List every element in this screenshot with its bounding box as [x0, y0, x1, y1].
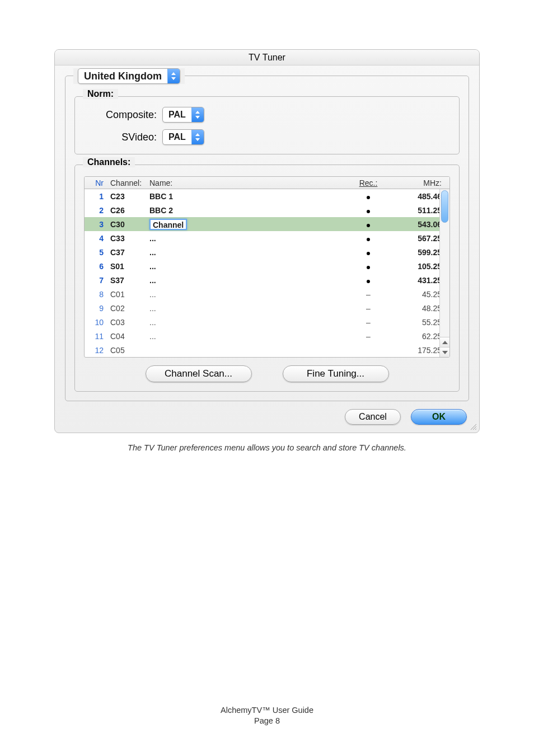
scroll-up-button[interactable]	[440, 337, 449, 347]
cell-rec	[349, 220, 388, 229]
composite-label: Composite:	[84, 109, 157, 121]
dot-icon	[367, 238, 370, 241]
updown-arrows-icon	[191, 130, 204, 144]
table-row[interactable]: 1C23BBC 1485.46	[85, 189, 449, 203]
composite-popup-value: PAL	[163, 110, 191, 120]
cell-name[interactable]: Channel	[146, 219, 349, 230]
channel-scan-button[interactable]: Channel Scan...	[146, 365, 252, 382]
dot-icon	[367, 266, 370, 269]
channels-body: 1C23BBC 1485.462C26BBC 2511.253C30Channe…	[85, 189, 449, 357]
table-row[interactable]: 11C04...–62.25	[85, 329, 449, 343]
cell-name[interactable]: BBC 1	[146, 192, 349, 201]
dash-icon: –	[366, 318, 371, 327]
cell-name[interactable]: ...	[146, 318, 349, 327]
col-header-channel[interactable]: Channel:	[107, 179, 146, 187]
channels-table-header: Nr Channel: Name: Rec.: MHz:	[85, 177, 449, 189]
cell-name[interactable]: ...	[146, 262, 349, 271]
figure-caption: The TV Tuner preferences menu allows you…	[54, 443, 480, 452]
cell-rec: –	[349, 290, 388, 299]
cell-rec: –	[349, 318, 388, 327]
cell-rec	[349, 192, 388, 201]
scroll-thumb[interactable]	[441, 190, 448, 223]
dot-icon	[367, 210, 370, 213]
window-title: TV Tuner	[55, 50, 479, 65]
cell-channel: C33	[107, 234, 146, 243]
cell-name[interactable]: ...	[146, 290, 349, 299]
country-popup[interactable]: United Kingdom	[78, 68, 180, 84]
cell-channel: C01	[107, 290, 146, 299]
footer-line-2: Page 8	[0, 716, 534, 727]
table-row[interactable]: 4C33...567.25	[85, 231, 449, 245]
page-footer: AlchemyTV™ User Guide Page 8	[0, 705, 534, 727]
cancel-button[interactable]: Cancel	[345, 409, 401, 425]
composite-popup[interactable]: PAL	[162, 107, 204, 123]
table-row[interactable]: 12C05175.25	[85, 343, 449, 357]
channels-table: Nr Channel: Name: Rec.: MHz: 1C23BBC 148…	[84, 176, 450, 358]
svideo-popup-value: PAL	[163, 132, 191, 142]
channel-name-input[interactable]: Channel	[149, 219, 187, 230]
dot-icon	[367, 280, 370, 283]
cell-nr: 6	[85, 262, 107, 271]
cell-name[interactable]: ...	[146, 234, 349, 243]
country-group: United Kingdom Norm: Composite:	[65, 76, 469, 401]
norm-group: Norm: Composite: PAL	[74, 96, 460, 154]
channels-scrollbar[interactable]	[439, 189, 449, 357]
cell-name[interactable]: ...	[146, 304, 349, 313]
cell-channel: C05	[107, 346, 146, 355]
cell-nr: 5	[85, 248, 107, 257]
svideo-popup[interactable]: PAL	[162, 129, 204, 145]
cell-name[interactable]: ...	[146, 332, 349, 341]
cell-channel: C02	[107, 304, 146, 313]
cell-rec: –	[349, 332, 388, 341]
col-header-rec[interactable]: Rec.:	[349, 179, 388, 187]
norm-legend: Norm:	[83, 89, 118, 99]
cell-rec	[349, 234, 388, 243]
cell-name[interactable]: BBC 2	[146, 206, 349, 215]
ok-button[interactable]: OK	[411, 409, 467, 425]
cell-channel: C30	[107, 220, 146, 229]
fine-tuning-button[interactable]: Fine Tuning...	[283, 365, 389, 382]
cell-channel: C37	[107, 248, 146, 257]
scroll-down-button[interactable]	[440, 347, 449, 357]
chevron-down-icon	[442, 351, 448, 354]
dot-icon	[367, 196, 370, 199]
cell-nr: 7	[85, 276, 107, 285]
col-header-mhz[interactable]: MHz:	[388, 179, 449, 187]
table-row[interactable]: 6S01...105.25	[85, 259, 449, 273]
dash-icon: –	[366, 304, 371, 313]
cell-channel: S01	[107, 262, 146, 271]
col-header-nr[interactable]: Nr	[85, 179, 107, 187]
cell-nr: 4	[85, 234, 107, 243]
cell-nr: 12	[85, 346, 107, 355]
table-row[interactable]: 5C37...599.25	[85, 245, 449, 259]
cell-rec	[349, 248, 388, 257]
dash-icon: –	[366, 290, 371, 299]
cell-name[interactable]: ...	[146, 276, 349, 285]
col-header-name[interactable]: Name:	[146, 179, 349, 187]
updown-arrows-icon	[191, 107, 204, 122]
cell-rec	[349, 262, 388, 271]
cell-channel: S37	[107, 276, 146, 285]
table-row[interactable]: 10C03...–55.25	[85, 315, 449, 329]
cell-channel: C23	[107, 192, 146, 201]
cell-channel: C03	[107, 318, 146, 327]
cell-rec: –	[349, 304, 388, 313]
channels-legend: Channels:	[83, 157, 135, 167]
svideo-label: SVideo:	[84, 132, 157, 143]
chevron-up-icon	[442, 341, 448, 344]
cell-rec	[349, 276, 388, 285]
table-row[interactable]: 8C01...–45.25	[85, 287, 449, 301]
cell-name[interactable]: ...	[146, 248, 349, 257]
table-row[interactable]: 3C30Channel543.06	[85, 217, 449, 231]
table-row[interactable]: 2C26BBC 2511.25	[85, 203, 449, 217]
cell-nr: 9	[85, 304, 107, 313]
table-row[interactable]: 9C02...–48.25	[85, 301, 449, 315]
country-popup-value: United Kingdom	[78, 71, 167, 82]
dot-icon	[367, 224, 370, 227]
cell-nr: 8	[85, 290, 107, 299]
channels-group: Channels: Nr Channel: Name: Rec.: MHz: 1…	[74, 165, 460, 392]
cell-nr: 10	[85, 318, 107, 327]
dash-icon: –	[366, 332, 371, 341]
resize-grip-icon[interactable]	[469, 422, 477, 430]
table-row[interactable]: 7S37...431.25	[85, 273, 449, 287]
